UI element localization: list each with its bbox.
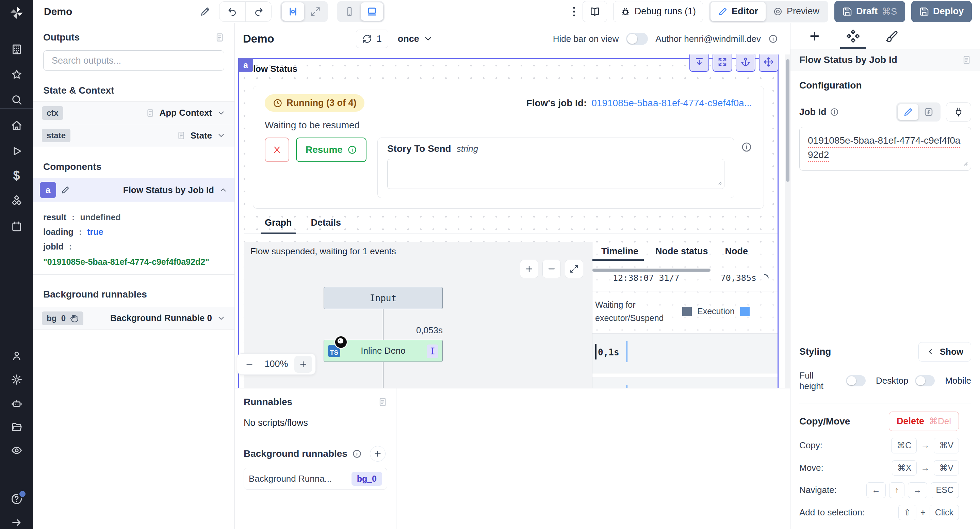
expression-fx-button[interactable] (918, 104, 939, 120)
zoom-in-button[interactable] (520, 260, 538, 278)
collapse-arrow-icon[interactable] (11, 517, 22, 528)
flow-status-component[interactable]: a Flow Status Runni (238, 58, 778, 388)
expand-down-button[interactable] (689, 54, 709, 72)
runnable-item-name: Background Runna... (249, 473, 332, 484)
help-icon[interactable] (11, 493, 23, 505)
component-settings-tab[interactable] (846, 23, 860, 49)
resize-grip-icon[interactable] (717, 180, 722, 186)
tab-node-status[interactable]: Node status (655, 246, 708, 261)
desktop-label: Desktop (876, 376, 908, 386)
job-id-link[interactable]: 0191085e-5baa-81ef-4774-c9ef4f0a... (592, 98, 752, 108)
info-icon[interactable] (830, 108, 839, 116)
docs-book-button[interactable] (582, 1, 607, 22)
search-outputs-input[interactable] (43, 50, 224, 71)
schedules-calendar-icon[interactable] (11, 221, 22, 232)
show-styling-button[interactable]: Show (918, 342, 971, 362)
info-icon[interactable] (352, 449, 362, 459)
debug-runs-button[interactable]: Debug runs (1) (613, 1, 703, 22)
state-row[interactable]: state State (33, 124, 234, 147)
workers-robot-icon[interactable] (11, 398, 22, 409)
settings-gear-icon[interactable] (11, 374, 22, 386)
move-button[interactable] (759, 54, 778, 72)
preview-tab[interactable]: Preview (765, 2, 827, 21)
mobile-view-button[interactable] (338, 2, 361, 21)
component-a-row[interactable]: a Flow Status by Job Id (33, 178, 234, 202)
anchor-button[interactable] (736, 54, 756, 72)
tab-graph[interactable]: Graph (265, 218, 292, 234)
timeline-row: 0,1s (592, 333, 778, 373)
story-type: string (457, 143, 479, 154)
hide-bar-toggle[interactable] (626, 33, 648, 45)
input-node[interactable]: Input (324, 287, 443, 309)
refresh-counter[interactable]: 1 (356, 30, 388, 48)
canvas-scrollbar-thumb[interactable] (786, 59, 789, 182)
insert-component-tab[interactable] (808, 23, 821, 49)
graph-zoom-out-button[interactable] (240, 356, 258, 373)
chevron-down-icon[interactable] (217, 131, 226, 140)
cancel-button[interactable] (265, 137, 289, 162)
rename-pencil-icon[interactable] (200, 6, 210, 17)
full-height-toggle[interactable] (846, 375, 865, 386)
styling-tab[interactable] (885, 23, 898, 49)
inline-deno-node[interactable]: TS Inline Deno I (324, 340, 443, 362)
tab-node-definition[interactable]: Node (725, 246, 748, 261)
prop-jobid[interactable]: jobId: (43, 242, 224, 252)
home-icon[interactable] (11, 120, 22, 131)
ctx-row[interactable]: ctx App Context (33, 102, 234, 124)
fullscreen-layout-button[interactable] (304, 2, 327, 21)
graph-zoom-in-button[interactable] (294, 356, 312, 373)
tab-details[interactable]: Details (311, 218, 341, 234)
expand-full-button[interactable] (713, 54, 732, 72)
flow-graph[interactable]: Flow suspended, waiting for 1 events Inp… (244, 242, 592, 388)
horizontal-scrollbar-thumb[interactable] (592, 269, 711, 272)
centered-layout-button[interactable] (282, 2, 304, 21)
user-icon[interactable] (11, 350, 22, 362)
editor-tab[interactable]: Editor (711, 2, 765, 21)
audit-eye-icon[interactable] (11, 445, 22, 456)
prop-loading[interactable]: loading:true (43, 227, 224, 237)
refresh-mode-dropdown[interactable]: once (398, 34, 433, 44)
job-id-textarea[interactable]: 0191085e-5baa-81ef-4774-c9ef4f0a92d2 (799, 127, 971, 170)
chevron-down-icon[interactable] (217, 108, 226, 118)
desktop-view-button[interactable] (361, 2, 383, 21)
resources-cubes-icon[interactable] (11, 195, 22, 207)
panel-doc-icon[interactable] (378, 397, 387, 407)
canvas-scrollbar[interactable] (785, 54, 790, 388)
bg-runnable-row[interactable]: bg_0 Background Runnable 0 (33, 307, 234, 330)
workspace-icon[interactable] (11, 43, 22, 55)
undo-button[interactable] (220, 2, 245, 21)
desktop-toggle[interactable] (915, 375, 935, 386)
favorites-star-icon[interactable] (11, 69, 22, 80)
runs-play-icon[interactable] (11, 145, 22, 157)
resume-button[interactable]: Resume (296, 137, 366, 162)
tab-timeline[interactable]: Timeline (601, 246, 638, 261)
zoom-out-button[interactable] (542, 260, 561, 278)
folders-icon[interactable] (11, 421, 22, 433)
connect-plug-button[interactable] (946, 102, 971, 121)
fit-view-button[interactable] (565, 260, 583, 278)
jobid-string-value[interactable]: "0191085e-5baa-81ef-4774-c9ef4f0a92d2" (43, 257, 224, 267)
draft-button[interactable]: Draft ⌘S (834, 1, 905, 22)
edit-id-pencil-icon[interactable] (61, 185, 70, 194)
search-icon[interactable] (11, 94, 22, 105)
background-runnable-item[interactable]: Background Runna... bg_0 (243, 468, 387, 489)
add-background-runnable-button[interactable] (370, 446, 385, 462)
app-canvas[interactable]: a Flow Status Runni (235, 54, 790, 388)
variables-dollar-icon[interactable]: $ (13, 169, 20, 182)
panel-doc-icon[interactable] (962, 55, 971, 65)
chevron-down-icon[interactable] (217, 314, 226, 323)
info-icon[interactable] (768, 34, 778, 43)
save-icon (920, 7, 929, 16)
panel-doc-icon[interactable] (215, 33, 224, 42)
canvas-area: Demo 1 once Hide bar on view Author henr… (235, 23, 790, 529)
story-textarea[interactable] (387, 159, 724, 189)
chevron-up-icon[interactable] (219, 185, 228, 194)
more-menu-kebab-icon[interactable] (572, 6, 576, 18)
deploy-button[interactable]: Deploy (911, 1, 972, 22)
resize-grip-icon[interactable] (962, 160, 968, 167)
delete-component-button[interactable]: Delete ⌘Del (889, 411, 959, 431)
redo-button[interactable] (245, 2, 271, 21)
prop-result[interactable]: result:undefined (43, 212, 224, 222)
form-info-icon[interactable] (741, 142, 752, 153)
static-value-button[interactable] (898, 104, 918, 120)
